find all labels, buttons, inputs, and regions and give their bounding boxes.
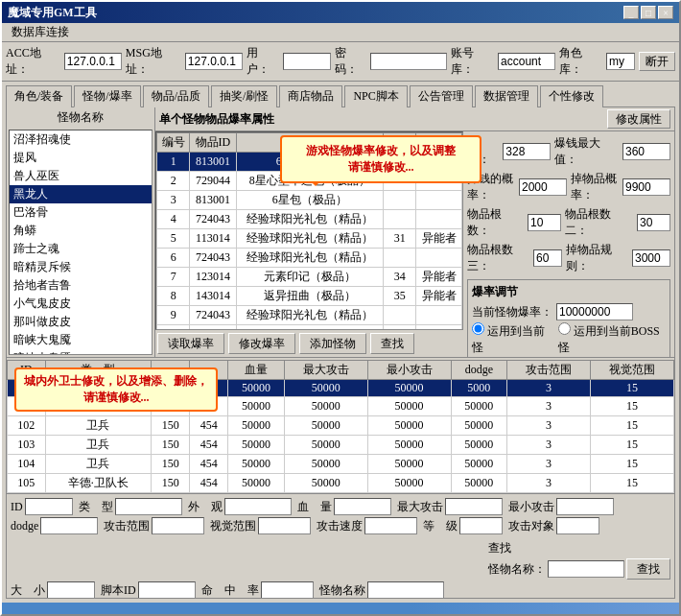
list-item[interactable]: 提风 — [10, 149, 152, 167]
table-row[interactable]: 7123014元素印记（极品）34异能者 — [157, 268, 462, 287]
list-item[interactable]: 那叫做皮皮 — [10, 313, 152, 331]
id-input[interactable] — [25, 498, 73, 515]
minatk-input[interactable] — [556, 498, 614, 515]
pwd-input[interactable] — [370, 53, 447, 70]
guard-table-wrapper[interactable]: ID 类 型 血量 最大攻击 最小攻击 dodge 攻击范围 视觉范围 — [7, 360, 674, 493]
list-item[interactable]: 角蟒 — [10, 222, 152, 240]
monster-listbox[interactable]: 沼泽招魂使 提风 兽人巫医 黑龙人 巴洛骨 角蟒 蹄士之魂 暗精灵斥候 拾地者吉… — [9, 130, 153, 355]
tab-role-equipment[interactable]: 角色/装备 — [6, 85, 72, 107]
maximize-button[interactable]: □ — [641, 6, 656, 19]
appearance-label: 外 观 — [188, 499, 223, 515]
atktarget-input[interactable] — [556, 517, 599, 534]
radio-current-input[interactable] — [472, 322, 484, 335]
table-row[interactable]: 105辛德·卫队长15045450000500005000050000315 — [8, 474, 674, 493]
tab-lottery-spawn[interactable]: 抽奖/刷怪 — [211, 85, 277, 107]
tab-monster-rate[interactable]: 怪物/爆率 — [74, 85, 140, 107]
property-panel: 价值： 爆钱最大值： 掉钱的概率： 掉物品概率： 物品根数： — [463, 131, 674, 357]
disconnect-button[interactable]: 断开 — [639, 52, 675, 71]
explode-rate-input[interactable] — [519, 178, 567, 196]
list-item[interactable]: 黑龙人 — [10, 185, 152, 203]
user-input[interactable] — [283, 53, 331, 70]
drop-rule-input[interactable] — [632, 249, 670, 267]
item-rate3-input[interactable] — [533, 249, 562, 267]
tab-announcement[interactable]: 公告管理 — [410, 85, 473, 107]
atkrange-input[interactable] — [152, 517, 204, 534]
list-item[interactable]: 暗峡大鬼魇 — [10, 331, 152, 349]
find-monster-button[interactable]: 查找 — [626, 558, 670, 580]
hp-input[interactable] — [334, 498, 391, 515]
find-monster-input[interactable] — [548, 560, 624, 578]
value-input[interactable] — [503, 143, 551, 160]
guard-col-hp: 血量 — [228, 361, 284, 380]
table-row[interactable]: 27290448星心型幸运包（极品） — [157, 172, 462, 191]
tab-data-manage[interactable]: 数据管理 — [475, 85, 538, 107]
monster-table-scroll[interactable]: 编号 物品ID 物品名称 数量 属性 — [155, 131, 463, 330]
table-row[interactable]: 101卫兵15045450000500005000050000315 — [8, 397, 674, 416]
minimize-button[interactable]: _ — [623, 6, 639, 19]
viewrange-label: 视觉范围 — [210, 518, 256, 534]
tab-item-quality[interactable]: 物品/品质 — [143, 85, 209, 107]
size-input[interactable] — [47, 581, 95, 599]
monster-name-input[interactable] — [367, 581, 444, 599]
scriptid-label: 脚本ID — [101, 582, 136, 599]
find-button[interactable]: 查找 — [370, 333, 414, 354]
find-area: 查找 怪物名称： 查找 — [488, 540, 670, 580]
list-item[interactable]: 兽人巫医 — [10, 167, 152, 185]
monster-name-label: 怪物名称 — [319, 582, 365, 599]
list-item[interactable]: 暗精灵斥候 — [10, 258, 152, 276]
deathrate-input[interactable] — [261, 581, 314, 599]
msg-input[interactable] — [185, 53, 243, 70]
table-row[interactable]: 38130016星包（极品） — [157, 191, 462, 210]
type-input[interactable] — [115, 498, 182, 515]
close-button[interactable]: × — [658, 6, 673, 19]
item-count2-input[interactable] — [637, 214, 670, 231]
level-field: 等 级 — [423, 517, 503, 534]
dodge-input[interactable] — [40, 517, 98, 534]
modify-attr-button[interactable]: 修改属性 — [607, 109, 670, 129]
item-count-input[interactable] — [528, 214, 561, 231]
maxatk-input[interactable] — [445, 498, 503, 515]
table-row[interactable]: 4724043经验球阳光礼包（精品） — [157, 210, 462, 229]
table-row[interactable]: 8143014返异扭曲（极品）35异能者 — [157, 287, 462, 306]
modify-rate-button[interactable]: 修改爆率 — [228, 333, 295, 354]
atkspeed-input[interactable] — [364, 517, 417, 534]
list-item[interactable]: 拾地者吉鲁 — [10, 276, 152, 295]
guard-col-other — [190, 361, 228, 380]
drop-item-input[interactable] — [622, 178, 670, 196]
table-row[interactable]: 103卫兵15045450000500005000050000315 — [8, 436, 674, 455]
tab-shop-items[interactable]: 商店物品 — [279, 85, 342, 107]
scriptid-input[interactable] — [138, 581, 196, 599]
viewrange-input[interactable] — [258, 517, 311, 534]
max-explode-input[interactable] — [622, 143, 670, 160]
tab-personal[interactable]: 个性修改 — [540, 85, 603, 107]
radio-boss[interactable]: 运用到当前BOSS怪 — [558, 322, 666, 356]
add-monster-button[interactable]: 添加怪物 — [299, 333, 366, 354]
table-row[interactable]: 5113014经验球阳光礼包（精品）31异能者 — [157, 229, 462, 249]
table-row[interactable]: 1005000050000500005000315 — [8, 380, 674, 397]
tab-npc-script[interactable]: NPC脚本 — [344, 85, 407, 107]
db-input[interactable] — [498, 53, 555, 70]
table-row[interactable]: 102卫兵15045450000500005000050000315 — [8, 416, 674, 436]
list-item[interactable]: 小气鬼皮皮 — [10, 295, 152, 313]
role-input[interactable] — [606, 53, 635, 70]
table-row[interactable]: 9724043经验球阳光礼包（精品） — [157, 306, 462, 325]
level-input[interactable] — [459, 517, 503, 534]
drop-item-label: 掉物品概率： — [571, 171, 619, 203]
read-rate-button[interactable]: 读取爆率 — [157, 333, 224, 354]
appearance-input[interactable] — [224, 498, 292, 515]
main-window: 魔域专用GM工具 _ □ × 数据库连接 ACC地址： MSG地址： 用户： 密… — [0, 0, 681, 616]
acc-input[interactable] — [64, 53, 122, 70]
current-rate-input[interactable] — [556, 303, 633, 320]
radio-current[interactable]: 运用到当前怪 — [472, 322, 552, 356]
radio-boss-input[interactable] — [558, 322, 571, 335]
value-row: 价值： 爆钱最大值： — [467, 135, 670, 168]
edit-row-3: 大 小 脚本ID 命 中 率 怪物名称 — [11, 581, 670, 599]
table-row[interactable]: 6724043经验球阳光礼包（精品） — [157, 249, 462, 268]
table-row[interactable]: 18130016星礼包(极… — [157, 153, 462, 172]
menu-database[interactable]: 数据库连接 — [6, 23, 75, 41]
table-row[interactable]: 104卫兵15045450000500005000050000315 — [8, 455, 674, 474]
list-item[interactable]: 沼泽招魂使 — [10, 130, 152, 149]
list-item[interactable]: 暗峡大鬼魇 — [10, 349, 152, 355]
list-item[interactable]: 巴洛骨 — [10, 203, 152, 222]
list-item[interactable]: 蹄士之魂 — [10, 240, 152, 258]
